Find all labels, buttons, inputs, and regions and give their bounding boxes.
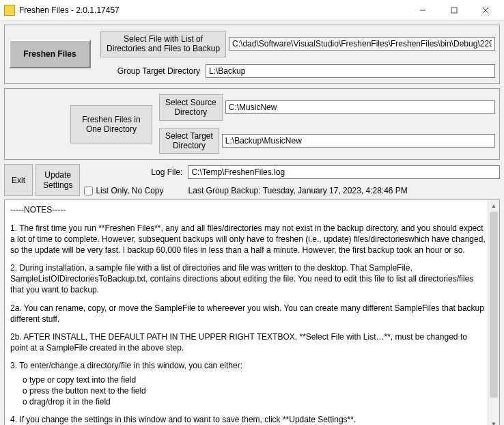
target-directory-input[interactable]: [222, 134, 495, 148]
scroll-thumb[interactable]: [490, 212, 498, 398]
list-only-checkbox[interactable]: List Only, No Copy: [84, 186, 163, 195]
freshen-one-directory-button[interactable]: Freshen Files in One Directory: [70, 105, 152, 143]
notes-p3c: o drag/drop it in the field: [10, 396, 486, 407]
notes-p3b: o press the button next to the field: [10, 385, 486, 396]
notes-panel: -----NOTES----- 1. The first time you ru…: [4, 200, 500, 425]
minimize-button[interactable]: [407, 0, 438, 20]
freshen-files-button[interactable]: Freshen Files: [9, 40, 91, 68]
update-settings-button[interactable]: Update Settings: [36, 164, 80, 196]
maximize-button[interactable]: [438, 0, 470, 20]
group-target-path-input[interactable]: [206, 64, 495, 78]
notes-p2a: 2a. You can rename, copy, or move the Sa…: [10, 303, 486, 325]
notes-text[interactable]: -----NOTES----- 1. The first time you ru…: [10, 204, 486, 425]
notes-p3a: o type or copy text into the field: [10, 374, 486, 385]
select-file-list-button[interactable]: Select File with List of Directories and…: [100, 31, 226, 57]
log-file-input[interactable]: [188, 165, 500, 179]
file-list-path-input[interactable]: [229, 37, 495, 51]
maximize-icon: [451, 7, 458, 14]
controls-row: Exit Update Settings Log File: List Only…: [4, 164, 500, 197]
window-title: Freshen Files - 2.0.1.17457: [19, 5, 120, 15]
list-only-checkbox-input[interactable]: [84, 187, 93, 195]
list-only-label: List Only, No Copy: [96, 186, 163, 195]
source-directory-input[interactable]: [225, 100, 495, 114]
scroll-down-button[interactable]: ▼: [488, 418, 499, 425]
notes-p4: 4. If you change the settings in this wi…: [10, 414, 486, 425]
notes-scrollbar[interactable]: ▲ ▼: [488, 200, 499, 425]
close-button[interactable]: [470, 0, 501, 20]
notes-header: -----NOTES-----: [10, 204, 486, 215]
close-icon: [482, 7, 489, 14]
svg-rect-1: [451, 8, 457, 13]
notes-p3: 3. To enter/change a directory/file in t…: [10, 360, 486, 371]
minimize-icon: [419, 7, 426, 14]
select-target-directory-button[interactable]: Select Target Directory: [159, 128, 219, 154]
scroll-up-button[interactable]: ▲: [488, 200, 499, 212]
group-backup-panel: Freshen Files Select File with List of D…: [4, 25, 500, 84]
notes-p2b: 2b. AFTER INSTALL, THE DEFAULT PATH IN T…: [10, 331, 486, 353]
last-backup-text: Last Group Backup: Tuesday, January 17, …: [188, 186, 408, 195]
titlebar: Freshen Files - 2.0.1.17457: [0, 0, 504, 20]
exit-button[interactable]: Exit: [4, 164, 33, 196]
single-directory-panel: Freshen Files in One Directory Select So…: [4, 88, 500, 161]
window-buttons: [407, 0, 501, 20]
select-source-directory-button[interactable]: Select Source Directory: [159, 94, 223, 121]
scroll-track[interactable]: [488, 212, 499, 418]
notes-p1: 1. The first time you run **Freshen File…: [10, 223, 486, 256]
log-file-label: Log File:: [103, 167, 185, 177]
notes-p2: 2. During installation, a sample file wi…: [10, 262, 486, 296]
group-target-label: Group Target Directory: [100, 66, 203, 76]
app-icon: [4, 5, 15, 16]
